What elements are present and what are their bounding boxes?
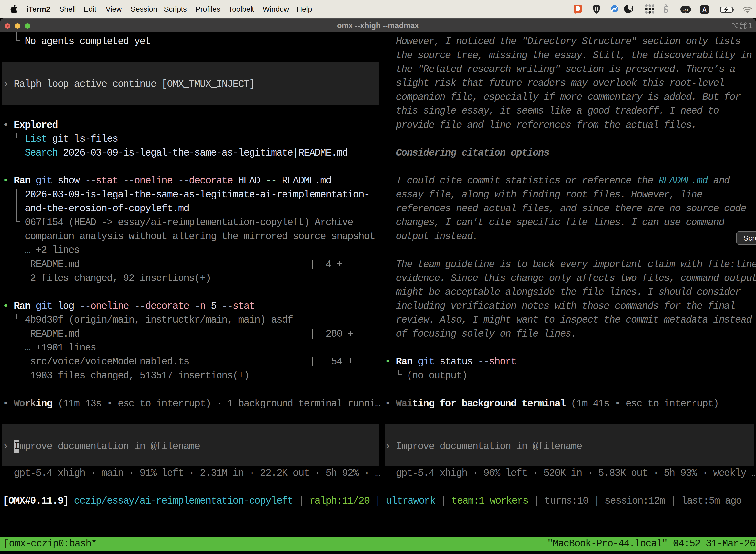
svg-text:..61: ..61 [683,8,688,12]
